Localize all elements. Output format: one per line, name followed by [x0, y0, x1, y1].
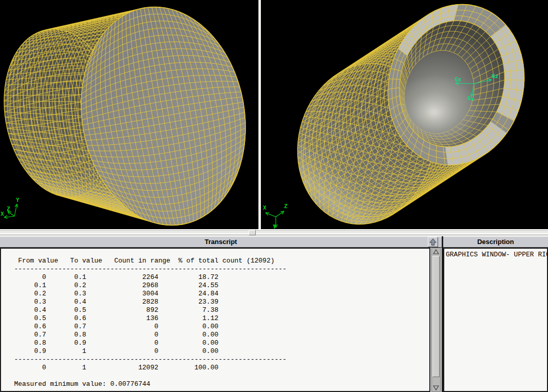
scroll-down-icon[interactable] [433, 385, 439, 391]
graphics-window-left[interactable] [0, 0, 258, 229]
scrollbar-thumb[interactable] [432, 256, 440, 377]
transcript-text: From value To value Count in range % of … [1, 249, 429, 388]
viewport-left-canvas[interactable] [0, 0, 258, 229]
transcript-scrollbar[interactable] [431, 248, 441, 392]
description-title: Description [477, 238, 514, 246]
viewport-right-canvas[interactable] [261, 0, 548, 229]
transcript-titlebar: Transcript [0, 236, 442, 248]
transcript-title: Transcript [205, 238, 237, 246]
collapse-panel-button[interactable] [428, 237, 438, 247]
sash-handle[interactable] [249, 230, 256, 235]
description-titlebar: Description [443, 236, 548, 248]
transcript-log: From value To value Count in range % of … [0, 248, 430, 392]
graphics-window-right[interactable] [261, 0, 548, 229]
horizontal-sash[interactable] [0, 229, 548, 236]
arrow-up-icon [428, 237, 438, 247]
lower-panels: Transcript From value To value Count in … [0, 236, 548, 392]
description-content: GRAPHICS WINDOW- UPPER RIGHT [443, 248, 548, 392]
application-window: Transcript From value To value Count in … [0, 0, 548, 392]
graphics-area [0, 0, 548, 229]
scroll-up-icon[interactable] [433, 249, 439, 255]
